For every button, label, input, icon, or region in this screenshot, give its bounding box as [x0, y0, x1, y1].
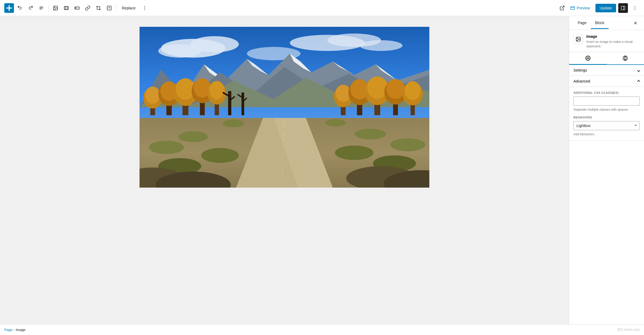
svg-point-41: [145, 87, 160, 104]
svg-rect-18: [621, 6, 625, 10]
svg-point-15: [144, 9, 145, 10]
preview-button[interactable]: Preview: [567, 4, 593, 12]
svg-point-91: [149, 141, 184, 154]
behaviors-hint: Add behaviors.: [573, 132, 640, 136]
settings-section-label: Settings: [573, 68, 587, 72]
breadcrumb: Page › Image 智汇zhuon.com: [0, 324, 644, 335]
toolbar-right: Preview Update: [559, 3, 640, 13]
svg-point-53: [209, 81, 224, 99]
close-sidebar-button[interactable]: [631, 19, 640, 27]
toolbar-left: Replace: [4, 3, 558, 13]
css-classes-hint: Separate multiple classes with spaces.: [573, 108, 640, 111]
svg-line-16: [562, 6, 564, 8]
behaviors-select[interactable]: Lightbox None: [573, 121, 640, 130]
svg-point-106: [577, 38, 578, 39]
toolbar-divider-1: [48, 4, 49, 12]
svg-point-90: [178, 131, 208, 142]
block-title: Image: [586, 34, 640, 39]
svg-rect-72: [241, 92, 244, 115]
more-options-button[interactable]: [140, 3, 149, 13]
link-button[interactable]: [83, 3, 93, 13]
toolbar-divider-2: [116, 4, 116, 12]
advanced-section-label: Advanced: [573, 79, 590, 83]
svg-point-62: [367, 76, 387, 99]
behaviors-select-wrapper: Lightbox None: [573, 121, 640, 130]
breadcrumb-separator: ›: [13, 328, 14, 332]
crop-button[interactable]: [94, 3, 103, 13]
add-block-button[interactable]: [4, 3, 14, 13]
css-classes-input[interactable]: [573, 96, 640, 106]
behaviors-label: BEHAVIORS: [573, 116, 640, 119]
external-link-button[interactable]: [559, 5, 565, 11]
advanced-section-header[interactable]: Advanced: [569, 76, 644, 87]
svg-point-93: [355, 129, 386, 139]
svg-point-108: [623, 56, 628, 60]
details-button[interactable]: [36, 3, 46, 13]
main-content: Page Block Image Insert an: [0, 16, 644, 324]
svg-point-29: [360, 40, 402, 51]
sidebar-toggle-button[interactable]: [618, 3, 628, 13]
svg-point-92: [325, 119, 346, 126]
sidebar-header: Page Block: [569, 16, 644, 30]
svg-point-65: [386, 79, 405, 99]
image-block[interactable]: [140, 27, 429, 189]
css-classes-label: ADDITIONAL CSS CLASS(ES): [573, 91, 640, 94]
svg-point-20: [635, 6, 635, 7]
update-button[interactable]: Update: [595, 4, 616, 12]
svg-point-94: [390, 138, 425, 151]
main-toolbar: Replace Preview Update: [0, 0, 644, 16]
svg-point-107: [587, 57, 588, 59]
css-classes-field: ADDITIONAL CSS CLASS(ES) Separate multip…: [573, 91, 640, 111]
settings-chevron-icon: [638, 68, 640, 72]
block-icon-image: [573, 34, 583, 44]
sidebar-icon-tabs: [569, 52, 644, 65]
svg-point-14: [144, 8, 145, 8]
canvas-area: [0, 16, 569, 324]
behaviors-field: BEHAVIORS Lightbox None Add behaviors.: [573, 116, 640, 136]
svg-rect-69: [228, 91, 231, 115]
sidebar: Page Block Image Insert an: [569, 16, 644, 324]
svg-point-89: [223, 119, 244, 127]
advanced-chevron-icon: [638, 79, 640, 83]
block-info: Image Insert an image to make a visual s…: [569, 30, 644, 52]
svg-point-68: [405, 81, 421, 100]
svg-point-21: [635, 8, 635, 8]
position-button[interactable]: [72, 3, 82, 13]
watermark: 智汇zhuon.com: [617, 327, 640, 332]
svg-point-96: [335, 146, 374, 160]
landscape-image: [140, 27, 429, 188]
svg-point-22: [635, 9, 635, 10]
image-icon-button[interactable]: [51, 3, 60, 13]
redo-button[interactable]: [26, 3, 35, 13]
replace-button[interactable]: Replace: [119, 4, 139, 12]
breadcrumb-current: Image: [16, 328, 25, 332]
block-subtitle: Insert an image to make a visual stateme…: [586, 40, 640, 49]
text-overlay-button[interactable]: [104, 3, 114, 13]
tab-block[interactable]: Block: [591, 17, 609, 29]
svg-rect-17: [571, 6, 575, 9]
tab-settings-icon[interactable]: [569, 52, 607, 65]
settings-section-header[interactable]: Settings: [569, 65, 644, 76]
align-button[interactable]: [61, 3, 71, 13]
block-description: Image Insert an image to make a visual s…: [586, 34, 640, 49]
svg-point-6: [54, 7, 55, 7]
svg-rect-10: [75, 7, 79, 9]
undo-button[interactable]: [15, 3, 25, 13]
tab-page[interactable]: Page: [573, 17, 591, 29]
sidebar-tabs: Page Block: [573, 17, 631, 29]
advanced-section-content: ADDITIONAL CSS CLASS(ES) Separate multip…: [569, 87, 644, 141]
breadcrumb-page-link[interactable]: Page: [4, 328, 12, 332]
tab-styles-icon[interactable]: [607, 52, 644, 65]
svg-point-13: [144, 6, 145, 7]
svg-point-26: [158, 44, 201, 58]
svg-point-95: [201, 148, 239, 163]
svg-rect-7: [64, 6, 68, 10]
more-toolbar-button[interactable]: [630, 3, 640, 13]
